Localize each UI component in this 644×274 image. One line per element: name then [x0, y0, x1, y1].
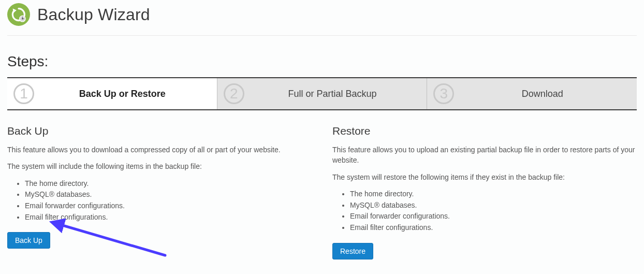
restore-button[interactable]: Restore [332, 243, 373, 259]
list-item: MySQL® databases. [350, 200, 637, 211]
svg-line-6 [59, 224, 165, 255]
backup-list-intro: The system will include the following it… [7, 161, 312, 171]
restore-desc: This feature allows you to upload an exi… [332, 145, 637, 166]
backup-button[interactable]: Back Up [7, 232, 50, 249]
backup-wizard-icon [7, 3, 30, 26]
step-tab-1[interactable]: 1 Back Up or Restore [7, 78, 217, 109]
backup-heading: Back Up [7, 125, 312, 137]
backup-list: The home directory. MySQL® databases. Em… [7, 178, 312, 223]
list-item: Email forwarder configurations. [350, 211, 637, 222]
page-header: Backup Wizard [7, 0, 637, 36]
steps-tabs: 1 Back Up or Restore 2 Full or Partial B… [7, 77, 637, 110]
step-label-1: Back Up or Restore [34, 89, 211, 99]
step-label-3: Download [454, 89, 631, 99]
list-item: Email filter configurations. [350, 222, 637, 234]
content-columns: Back Up This feature allows you to downl… [7, 125, 637, 259]
list-item: The home directory. [350, 189, 637, 200]
backup-desc: This feature allows you to download a co… [7, 145, 312, 155]
steps-heading: Steps: [7, 53, 637, 70]
step-number-2: 2 [224, 83, 244, 104]
step-number-1: 1 [13, 83, 34, 104]
restore-column: Restore This feature allows you to uploa… [332, 125, 637, 259]
list-item: Email filter configurations. [25, 212, 312, 223]
step-tab-3[interactable]: 3 Download [427, 78, 637, 109]
restore-heading: Restore [332, 125, 637, 137]
page-title: Backup Wizard [37, 5, 150, 24]
backup-column: Back Up This feature allows you to downl… [7, 125, 312, 259]
step-tab-2[interactable]: 2 Full or Partial Backup [217, 78, 428, 109]
restore-list-intro: The system will restore the following it… [332, 172, 637, 182]
step-label-2: Full or Partial Backup [244, 89, 421, 99]
list-item: Email forwarder configurations. [25, 200, 312, 212]
restore-list: The home directory. MySQL® databases. Em… [332, 189, 637, 234]
step-number-3: 3 [433, 83, 454, 104]
list-item: The home directory. [25, 178, 312, 190]
list-item: MySQL® databases. [25, 189, 312, 200]
